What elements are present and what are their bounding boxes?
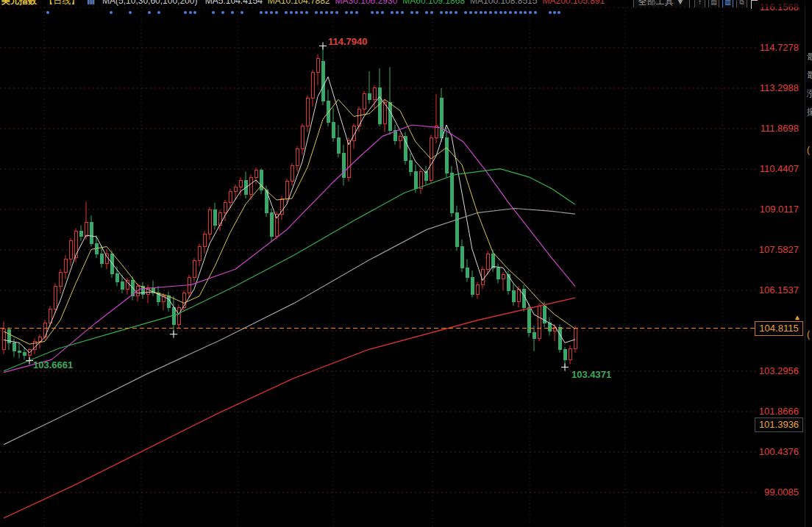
- right-panel-text: 最: [807, 51, 812, 62]
- pin-top-icon[interactable]: ⤒: [694, 0, 705, 7]
- axis-price-label: 114.7278: [756, 42, 799, 54]
- ma-settings-label[interactable]: MA(5,10,30,60,100,200): [102, 0, 197, 6]
- axis-price-label: 113.2988: [756, 82, 799, 94]
- layout-view-icon[interactable]: ▥: [722, 0, 733, 7]
- right-panel-text: (: [807, 145, 810, 155]
- compare-chart-icon[interactable]: [88, 0, 95, 4]
- header-left: 美元指数 【日线】 MA(5,10,30,60,100,200) MA5:104…: [1, 0, 615, 7]
- low-price-annotation-left: 103.6661: [33, 359, 73, 370]
- right-panel-divider: [805, 0, 805, 527]
- ma-value: MA10:104.7882: [268, 0, 330, 6]
- grid-view-icon[interactable]: ▤: [708, 0, 719, 7]
- header-bar: 美元指数 【日线】 MA(5,10,30,60,100,200) MA5:104…: [0, 0, 812, 7]
- axis-price-label: 100.4376: [756, 446, 799, 458]
- candlestick-chart[interactable]: [0, 0, 812, 527]
- low-price-annotation-right: 103.4371: [571, 369, 611, 380]
- chevron-down-icon: ▼: [676, 0, 685, 7]
- period-label[interactable]: 【日线】: [44, 0, 79, 6]
- trading-app-window: 美元指数 【日线】 MA(5,10,30,60,100,200) MA5:104…: [0, 0, 812, 527]
- ma-values: MA5:104.4154MA10:104.7882MA30:106.2930MA…: [205, 0, 610, 6]
- high-price-annotation: 114.7940: [328, 36, 368, 47]
- price-up-arrow-icon: ▲: [794, 314, 801, 321]
- tools-dropdown-label: 全部工具: [638, 0, 674, 7]
- ma-value: MA5:104.4154: [205, 0, 263, 6]
- axis-price-label: 111.8698: [756, 123, 799, 135]
- ma-value: MA200:105.891: [542, 0, 605, 6]
- right-panel-text: (: [807, 329, 810, 340]
- axis-price-label: 107.5827: [756, 244, 799, 256]
- symbol-title: 美元指数: [1, 0, 37, 6]
- tools-dropdown[interactable]: 全部工具 ▼: [633, 0, 690, 7]
- right-panel-text: 涨: [807, 88, 812, 98]
- axis-price-label: 103.2956: [756, 365, 799, 377]
- toolbar-icons: ⤒▤▥⧉: [694, 0, 747, 7]
- header-toolbar: 全部工具 ▼ ⤒▤▥⧉: [633, 0, 747, 7]
- right-panel-text: 振: [807, 107, 812, 117]
- panel-corner-bracket: [751, 0, 758, 9]
- axis-price-label: 110.4407: [756, 163, 799, 175]
- axis-price-label: 106.1537: [756, 284, 799, 296]
- overlay-window-icon[interactable]: ⧉: [736, 0, 747, 7]
- axis-price-label: 109.0117: [756, 204, 799, 215]
- current-price-box: 104.8115: [755, 321, 803, 336]
- alert-price-box: 101.3936: [755, 417, 803, 432]
- axis-price-label: 101.8666: [756, 406, 799, 417]
- axis-price-label: 99.0085: [756, 487, 799, 498]
- ma-value: MA100:108.8515: [470, 0, 537, 6]
- ma-value: MA30:106.2930: [335, 0, 398, 6]
- ma-value: MA60:109.1868: [402, 0, 465, 6]
- right-panel-text: 最: [807, 70, 812, 80]
